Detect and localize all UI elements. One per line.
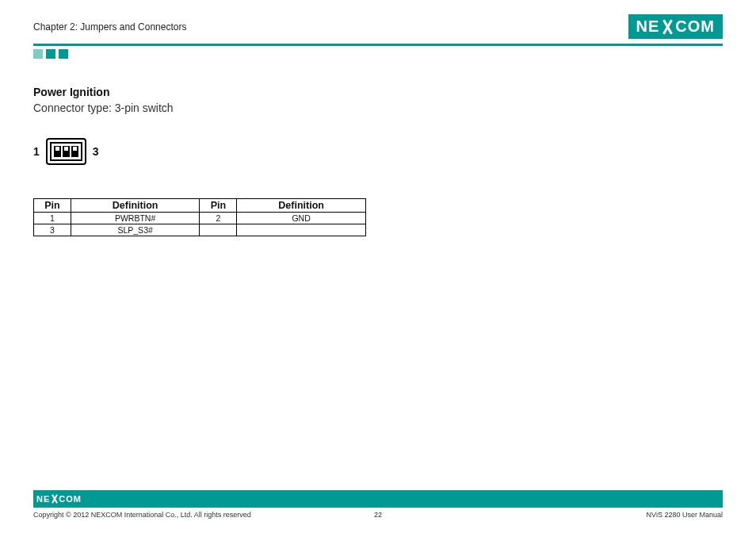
- pin-definition-table: Pin Definition Pin Definition 1 PWRBTN# …: [33, 198, 366, 236]
- section-title: Power Ignition: [33, 86, 723, 98]
- cell-def: SLP_S3#: [71, 224, 200, 236]
- footer-text-row: Copyright © 2012 NEXCOM International Co…: [33, 511, 723, 519]
- pin-label-right: 3: [93, 145, 99, 158]
- decorative-squares: [33, 49, 723, 59]
- cell-def: [237, 224, 366, 236]
- page-header: Chapter 2: Jumpers and Connectors NE COM: [33, 14, 723, 39]
- chapter-title: Chapter 2: Jumpers and Connectors: [33, 21, 186, 33]
- connector-icon: [46, 138, 86, 165]
- square-icon: [46, 49, 55, 59]
- nexcom-logo-bottom: NE COM: [36, 494, 82, 504]
- col-pin: Pin: [200, 199, 237, 213]
- cell-pin: 1: [34, 213, 71, 224]
- page-footer: NE COM Copyright © 2012 NEXCOM Internati…: [33, 490, 723, 519]
- content-area: Power Ignition Connector type: 3-pin swi…: [33, 86, 723, 236]
- square-icon: [33, 49, 43, 59]
- nexcom-logo-top: NE COM: [628, 14, 723, 39]
- header-rule: [33, 44, 723, 46]
- cell-pin: 3: [34, 224, 71, 236]
- table-header-row: Pin Definition Pin Definition: [34, 199, 366, 213]
- cell-def: GND: [237, 213, 366, 224]
- col-definition: Definition: [71, 199, 200, 213]
- logo-text-right: COM: [59, 494, 82, 504]
- pin-label-left: 1: [33, 145, 40, 158]
- cell-pin: [200, 224, 237, 236]
- connector-diagram: 1 3: [33, 138, 723, 165]
- footer-bar: NE COM: [33, 490, 723, 508]
- page-number: 22: [374, 511, 382, 519]
- table-row: 1 PWRBTN# 2 GND: [34, 213, 366, 224]
- table-row: 3 SLP_S3#: [34, 224, 366, 236]
- section-subtitle: Connector type: 3-pin switch: [33, 102, 723, 114]
- page: Chapter 2: Jumpers and Connectors NE COM…: [0, 0, 756, 533]
- logo-x-icon: [661, 20, 674, 34]
- col-pin: Pin: [34, 199, 71, 213]
- logo-text-left: NE: [636, 17, 660, 36]
- logo-x-icon: [51, 495, 58, 503]
- cell-pin: 2: [200, 213, 237, 224]
- col-definition: Definition: [237, 199, 366, 213]
- copyright-text: Copyright © 2012 NEXCOM International Co…: [33, 511, 251, 519]
- logo-text-left: NE: [36, 494, 50, 504]
- pin-icon: [54, 146, 61, 157]
- document-name: NViS 2280 User Manual: [647, 511, 723, 519]
- pin-icon: [71, 146, 78, 157]
- square-icon: [59, 49, 68, 59]
- cell-def: PWRBTN#: [71, 213, 200, 224]
- pin-icon: [63, 146, 70, 157]
- logo-text-right: COM: [675, 17, 715, 36]
